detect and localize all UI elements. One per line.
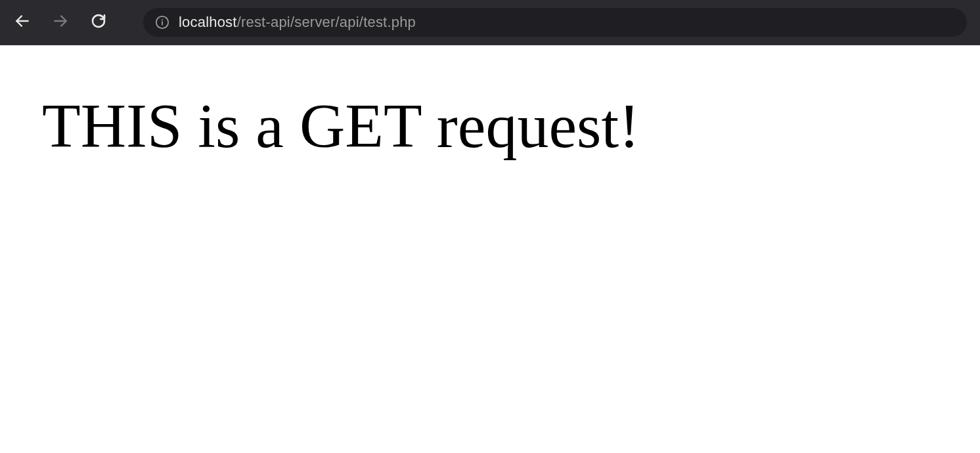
nav-controls [13,13,108,32]
back-button[interactable] [13,13,32,32]
forward-button[interactable] [51,13,70,32]
url-host: localhost [179,14,237,31]
page-content: THIS is a GET request! [0,45,980,207]
reload-button[interactable] [89,13,108,32]
reload-icon [91,13,106,32]
page-heading: THIS is a GET request! [42,90,938,162]
url-path: /rest-api/server/api/test.php [237,14,416,31]
arrow-left-icon [14,12,31,32]
arrow-right-icon [52,12,69,32]
site-info-icon[interactable] [155,15,169,30]
svg-point-4 [162,19,163,20]
address-bar[interactable]: localhost/rest-api/server/api/test.php [143,8,967,37]
browser-toolbar: localhost/rest-api/server/api/test.php [0,0,980,45]
url-display[interactable]: localhost/rest-api/server/api/test.php [179,14,416,31]
